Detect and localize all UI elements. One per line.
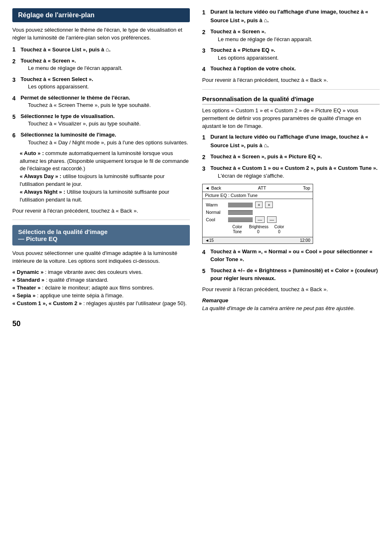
normal-row: Normal <box>206 210 309 215</box>
right-step-1: 1 Durant la lecture vidéo ou l'affichage… <box>202 8 380 25</box>
minus-btn-brightness-cool[interactable]: — <box>255 216 265 223</box>
step-3-sub: Les options apparaissent. <box>28 83 190 90</box>
step-3-bold: Touchez à « Screen Select ». <box>21 76 93 82</box>
custom-step-5-number: 5 <box>202 267 208 275</box>
remark-block: Remarque La qualité d'image de la caméra… <box>202 297 380 313</box>
custom-step-2-number: 2 <box>202 153 208 161</box>
right-step-4: 4 Touchez à l'option de votre choix. <box>202 65 380 73</box>
step-3: 3 Touchez à « Screen Select ». Les optio… <box>12 76 190 91</box>
step-1-number: 1 <box>12 45 18 53</box>
right-step-4-number: 4 <box>202 65 208 73</box>
step-4-sub: Touchez à « Screen Theme », puis le type… <box>28 102 190 109</box>
step-2: 2 Touchez à « Screen ». Le menu de régla… <box>12 57 190 72</box>
section1-title: Réglage de l'arrière-plan <box>18 12 95 19</box>
right-step-2-bold: Touchez à « Screen ». <box>210 28 266 35</box>
screen-content: Warm + + Normal <box>203 199 313 237</box>
custom-step-1-number: 1 <box>202 133 208 141</box>
step-1-text: Touchez à « Source List », puis à ⌂. <box>21 46 111 53</box>
remark-text: La qualité d'image de la caméra arrière … <box>202 305 355 311</box>
section1-intro: Vous pouvez sélectionner le thème de l'é… <box>12 26 190 42</box>
custom-step-5: 5 Touchez à +/– de « Brightness » (lumin… <box>202 267 380 283</box>
warm-bars <box>228 203 253 207</box>
custom-step-2: 2 Touchez à « Screen », puis à « Picture… <box>202 153 380 161</box>
right-step-3: 3 Touchez à « Picture EQ ». Les options … <box>202 46 380 62</box>
color-tone-label: Color Tone <box>228 225 247 234</box>
custom-step-3-number: 3 <box>202 164 208 173</box>
step-5: 5 Sélectionnez le type de visualisation.… <box>12 113 190 128</box>
screen-diagram: ◄ Back ATT Top Picture EQ : Custom Tune … <box>202 184 313 244</box>
top-label: Top <box>303 185 310 190</box>
section2-right-title: Personnalisation de la qualité d'image <box>202 95 380 104</box>
cool-row: Cool — — <box>206 216 309 223</box>
step-2-number: 2 <box>12 57 18 65</box>
custom-step-3-bold: Touchez à « Custom 1 » ou « Custom 2 », … <box>210 165 378 171</box>
section2-intro: Vous pouvez sélectionner une qualité d'i… <box>12 250 190 265</box>
step-6: 6 Sélectionnez la luminosité de l'image.… <box>12 131 190 146</box>
step-2-bold: Touchez à « Screen ». <box>21 58 76 64</box>
left-column: Réglage de l'arrière-plan Vous pouvez sé… <box>12 8 190 328</box>
step-3-number: 3 <box>12 76 18 84</box>
screen-time-left: ◄15 <box>205 238 214 243</box>
custom-step-4: 4 Touchez à « Warm », « Normal » ou « Co… <box>202 248 380 264</box>
step-6-bold: Sélectionnez la luminosité de l'image. <box>21 132 116 138</box>
section2-right-intro: Les options « Custom 1 » et « Custom 2 »… <box>202 107 380 130</box>
screen-time-right: 12:00 <box>300 238 310 243</box>
step-6-sub: Touchez à « Day / Night mode », puis à l… <box>28 139 190 146</box>
section1-header: Réglage de l'arrière-plan <box>12 8 190 22</box>
right-step-2-number: 2 <box>202 28 208 36</box>
section2-header: Sélection de la qualité d'image— Picture… <box>12 225 190 246</box>
right-step-3-bold: Touchez à « Picture EQ ». <box>210 47 275 53</box>
divider-2 <box>202 89 380 90</box>
screen-top-bar: ◄ Back ATT Top <box>203 184 313 192</box>
page-number-area: 50 <box>12 320 190 328</box>
step-5-number: 5 <box>12 113 18 121</box>
right-step-1-text: Durant la lecture vidéo ou l'affichage d… <box>210 9 368 23</box>
right-column: 1 Durant la lecture vidéo ou l'affichage… <box>202 8 380 328</box>
minus-btn-color-cool[interactable]: — <box>267 216 277 223</box>
custom-step-5-bold: Touchez à +/– de « Brightness » (luminos… <box>210 267 378 281</box>
custom-step-1-text: Durant la lecture vidéo ou l'affichage d… <box>210 134 368 148</box>
warm-row: Warm + + <box>206 202 309 208</box>
screen-title-bar: Picture EQ : Custom Tune <box>203 192 313 199</box>
custom-step-4-bold: Touchez à « Warm », « Normal » ou « Cool… <box>210 248 372 262</box>
screen-bottom-bar: ◄15 12:00 <box>203 237 313 243</box>
right-step-3-sub: Les options apparaissent. <box>218 54 380 62</box>
page-number: 50 <box>12 320 21 328</box>
step-2-sub: Le menu de réglage de l'écran apparaît. <box>28 65 190 72</box>
custom-step-1: 1 Durant la lecture vidéo ou l'affichage… <box>202 133 380 150</box>
step-5-bold: Sélectionnez le type de visualisation. <box>21 113 115 119</box>
right-back-text2: Pour revenir à l'écran précédent, touche… <box>202 286 380 294</box>
plus-btn-color-warm[interactable]: + <box>265 202 272 208</box>
color-col-label: Color0 <box>270 225 288 234</box>
brightness-col-label: Brightness0 <box>249 225 267 234</box>
warm-label: Warm <box>206 202 226 207</box>
step-6-number: 6 <box>12 131 18 139</box>
plus-btn-brightness-warm[interactable]: + <box>255 202 263 208</box>
right-step-2: 2 Touchez à « Screen ». Le menu de régla… <box>202 28 380 43</box>
custom-step-4-number: 4 <box>202 248 208 256</box>
custom-step-3: 3 Touchez à « Custom 1 » ou « Custom 2 »… <box>202 164 380 180</box>
step-5-sub: Touchez à « Visualizer », puis au type s… <box>28 120 190 127</box>
right-step-3-number: 3 <box>202 46 208 55</box>
right-step-2-sub: Le menu de réglage de l'écran apparaît. <box>218 36 380 43</box>
section2-title: Sélection de la qualité d'image— Picture… <box>18 228 108 242</box>
section2-options: « Dynamic » : image vibrante avec des co… <box>12 269 190 307</box>
arrow-icon: ◄ <box>205 185 210 190</box>
right-back-text1: Pour revenir à l'écran précédent, touche… <box>202 76 380 84</box>
step-4-number: 4 <box>12 94 18 102</box>
remark-label: Remarque <box>202 297 228 303</box>
normal-label: Normal <box>206 210 226 215</box>
col-labels: Color Tone Brightness0 Color0 <box>228 225 309 234</box>
section1-back-text: Pour revenir à l'écran précédent, touche… <box>12 207 190 215</box>
auto-text: « Auto » : commute automatiquement la lu… <box>20 150 190 204</box>
normal-bars <box>228 210 253 215</box>
divider-1 <box>12 220 190 220</box>
step-4-bold: Permet de sélectionner le thème de l'écr… <box>21 95 130 101</box>
custom-step-3-sub: L'écran de réglage s'affiche. <box>218 172 380 180</box>
step-1: 1 Touchez à « Source List », puis à ⌂. <box>12 45 190 54</box>
custom-step-2-bold: Touchez à « Screen », puis à « Picture E… <box>210 153 322 160</box>
right-step-1-number: 1 <box>202 8 208 16</box>
right-step-4-bold: Touchez à l'option de votre choix. <box>210 65 296 72</box>
att-label: ATT <box>258 185 266 190</box>
back-label: Back <box>211 185 221 190</box>
